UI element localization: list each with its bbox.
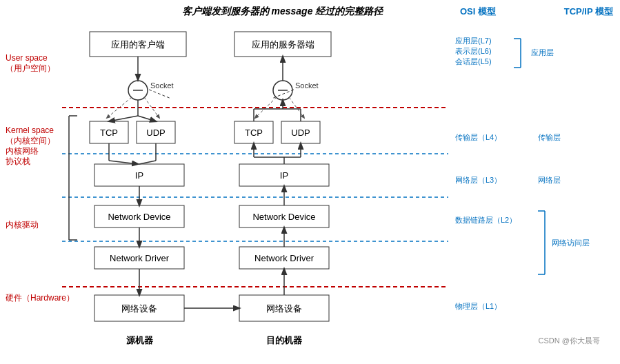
svg-text:硬件（Hardware）: 硬件（Hardware） xyxy=(6,293,74,303)
diagram-svg: 应用的客户端 Socket TCP UDP IP Network Device … xyxy=(0,19,620,357)
title-suffix: 经过的完整路径 xyxy=(315,6,383,17)
svg-text:Network Device: Network Device xyxy=(108,212,170,222)
svg-text:Network Device: Network Device xyxy=(252,212,315,222)
svg-text:CSDN @你大晨哥: CSDN @你大晨哥 xyxy=(539,336,600,345)
svg-line-13 xyxy=(149,90,171,99)
svg-text:Socket: Socket xyxy=(295,81,319,90)
svg-text:（内核空间）: （内核空间） xyxy=(6,136,55,145)
svg-text:网络层: 网络层 xyxy=(538,176,561,184)
svg-text:应用的服务器端: 应用的服务器端 xyxy=(252,39,314,50)
svg-text:TCP: TCP xyxy=(100,128,118,138)
svg-text:数据链路层（L2）: 数据链路层（L2） xyxy=(455,216,517,224)
svg-text:网络层（L3）: 网络层（L3） xyxy=(455,176,501,184)
svg-text:应用层(L7): 应用层(L7) xyxy=(455,37,492,45)
svg-text:协议栈: 协议栈 xyxy=(6,156,30,166)
svg-text:内核网络: 内核网络 xyxy=(6,146,39,156)
main-container: 客户端发到服务器的 message 经过的完整路径 OSI 模型 TCP/IP … xyxy=(0,0,620,364)
svg-text:Network Driver: Network Driver xyxy=(254,253,314,263)
svg-text:IP: IP xyxy=(135,170,143,181)
svg-text:网络设备: 网络设备 xyxy=(266,303,302,314)
svg-line-47 xyxy=(138,116,156,121)
svg-text:TCP: TCP xyxy=(245,128,263,138)
svg-text:网络访问层: 网络访问层 xyxy=(552,239,590,247)
svg-text:应用的客户端: 应用的客户端 xyxy=(111,39,165,50)
title-middle: message xyxy=(272,6,316,17)
svg-line-51 xyxy=(139,161,156,164)
tcpip-header: TCP/IP 模型 xyxy=(564,6,613,18)
svg-text:传输层（L4）: 传输层（L4） xyxy=(455,133,501,141)
svg-text:（用户空间）: （用户空间） xyxy=(6,63,55,73)
svg-text:传输层: 传输层 xyxy=(538,133,561,141)
svg-text:会话层(L5): 会话层(L5) xyxy=(455,57,492,65)
svg-text:IP: IP xyxy=(280,170,288,181)
svg-line-46 xyxy=(109,116,138,121)
svg-text:源机器: 源机器 xyxy=(126,335,154,345)
osi-header: OSI 模型 xyxy=(460,6,496,18)
svg-line-50 xyxy=(109,161,138,164)
svg-text:应用层: 应用层 xyxy=(531,48,554,57)
svg-text:UDP: UDP xyxy=(146,128,165,138)
svg-text:Socket: Socket xyxy=(150,81,174,90)
title-prefix: 客户端发到服务器的 xyxy=(182,6,269,17)
svg-text:网络设备: 网络设备 xyxy=(121,303,157,314)
svg-text:UDP: UDP xyxy=(291,128,310,138)
svg-text:Network Driver: Network Driver xyxy=(110,253,170,263)
svg-text:Kernel space: Kernel space xyxy=(6,125,54,135)
svg-text:内核驱动: 内核驱动 xyxy=(6,220,39,230)
svg-text:表示层(L6): 表示层(L6) xyxy=(455,47,492,55)
svg-text:物理层（L1）: 物理层（L1） xyxy=(455,302,501,310)
page-title: 客户端发到服务器的 message 经过的完整路径 xyxy=(0,6,613,18)
svg-text:目的机器: 目的机器 xyxy=(266,335,303,345)
svg-text:User space: User space xyxy=(6,53,48,63)
